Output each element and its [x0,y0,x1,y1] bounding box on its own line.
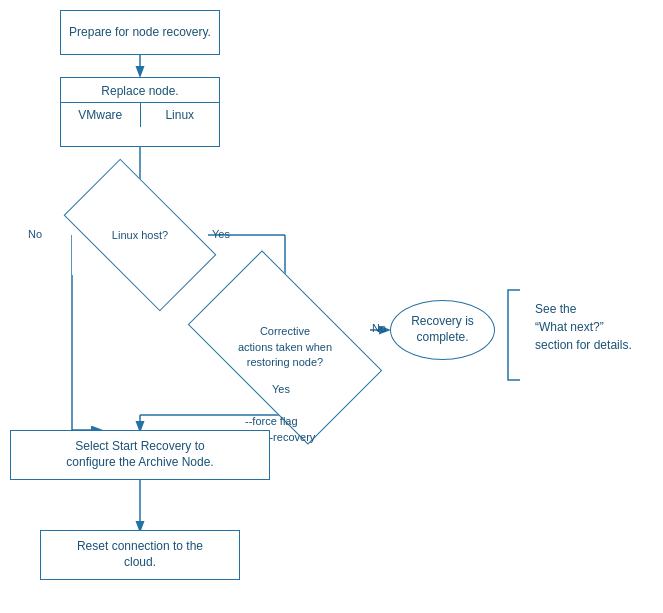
linux-tab[interactable]: Linux [141,103,220,127]
bracket-text: See the “What next?” section for details… [535,300,632,354]
no1-label: No [28,228,42,240]
reset-connection-box: Reset connection to the cloud. [40,530,240,580]
replace-box: Replace node. VMware Linux [60,77,220,147]
vmware-tab[interactable]: VMware [61,103,141,127]
recovery-complete-oval: Recovery is complete. [390,300,495,360]
bracket-svg [500,285,530,385]
yes1-label: Yes [212,228,230,240]
flowchart-diagram: Prepare for node recovery. Replace node.… [0,0,663,613]
select-start-box: Select Start Recovery to configure the A… [10,430,270,480]
prepare-box: Prepare for node recovery. [60,10,220,55]
linux-host-diamond: Linux host? [72,195,208,275]
yes2-label: Yes [272,383,290,395]
replace-label: Replace node. [61,78,219,103]
no2-label: No [372,322,386,334]
